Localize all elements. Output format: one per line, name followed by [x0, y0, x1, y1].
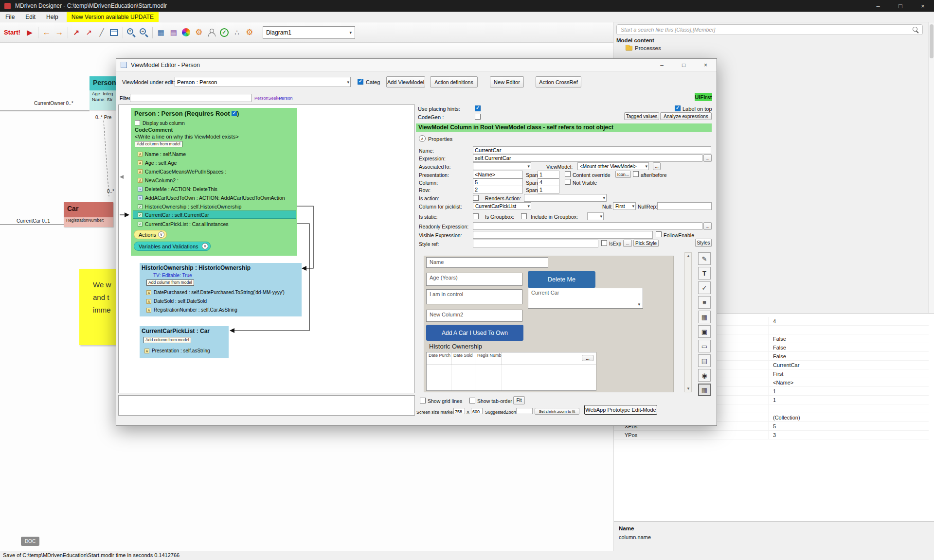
- is-static-checkbox[interactable]: [473, 213, 479, 219]
- action-crossref-button[interactable]: Action CrossRef: [536, 76, 581, 88]
- column-row[interactable]: ✓CurrentCarPickList : Car.allInstances: [138, 220, 229, 228]
- run-icon[interactable]: ▶: [23, 26, 36, 39]
- row-span-input[interactable]: 1: [538, 186, 559, 193]
- ui-preview-surface[interactable]: Name Age (Years) Delete Me I am in contr…: [424, 256, 674, 392]
- column-row[interactable]: AName : self.Name: [138, 150, 186, 158]
- line-tool-icon[interactable]: ╱: [95, 26, 108, 39]
- style-ref-input[interactable]: [473, 240, 598, 247]
- not-visible-checkbox[interactable]: [565, 179, 571, 185]
- label-on-top-checkbox[interactable]: [675, 105, 681, 111]
- dialog-maximize-icon[interactable]: □: [673, 59, 695, 71]
- preview-currentcar-combo[interactable]: Current Car ▾: [528, 288, 643, 309]
- after-before-checkbox[interactable]: [633, 171, 639, 177]
- grid-row[interactable]: YPos3: [614, 431, 929, 439]
- tagged-values-button[interactable]: Tagged values: [624, 112, 659, 120]
- name-input[interactable]: CurrentCar: [473, 146, 711, 154]
- tagged-value-label[interactable]: TV: Editable: True: [153, 273, 192, 278]
- search-input[interactable]: [616, 24, 923, 35]
- column-row[interactable]: AAge : self.Age: [138, 158, 177, 167]
- connector-icon[interactable]: ∴: [231, 26, 243, 39]
- webapp-prototype-button[interactable]: WebApp Prototype Edit-Mode: [584, 405, 657, 415]
- preview-name-field[interactable]: Name: [426, 257, 548, 268]
- preview-historic-table[interactable]: Date Purch Date Sold Regis Numb: [426, 352, 596, 391]
- forward-arrow-icon[interactable]: →: [53, 26, 66, 39]
- mount-viewmodel-select[interactable]: <Mount other ViewModel>▾: [577, 162, 649, 170]
- datagrid-icon[interactable]: ▦: [698, 384, 711, 396]
- action-definitions-button[interactable]: Action definitions: [430, 76, 478, 88]
- back-arrow-icon[interactable]: ←: [40, 26, 53, 39]
- is-action-checkbox[interactable]: [473, 195, 479, 201]
- add-column-button[interactable]: Add column from model: [146, 280, 194, 286]
- codegen-checkbox[interactable]: [475, 114, 481, 120]
- menu-file[interactable]: File: [0, 12, 20, 22]
- show-tab-order-checkbox[interactable]: [469, 398, 475, 403]
- row-input[interactable]: 2: [473, 186, 523, 193]
- settings-gear-icon[interactable]: ⚙: [243, 26, 256, 39]
- column-row[interactable]: ARegistrationNumber : self.Car.AsString: [146, 306, 237, 314]
- table-icon[interactable]: ▤: [698, 354, 711, 367]
- analyze-expressions-button[interactable]: Analyze expressions: [660, 112, 712, 120]
- isexp-checkbox[interactable]: [601, 240, 607, 246]
- include-groupbox-select[interactable]: ▾: [587, 212, 604, 220]
- action-column-row[interactable]: »DeleteMe : ACTION: DeleteThis: [138, 185, 217, 193]
- viewmodel-ellipsis-button[interactable]: ...: [653, 162, 661, 170]
- is-groupbox-checkbox[interactable]: [521, 213, 527, 219]
- update-notice[interactable]: New Version available UPDATE: [67, 12, 159, 22]
- zoom-in-icon[interactable]: +: [125, 26, 138, 39]
- model-tree-scrollbar[interactable]: [928, 22, 934, 313]
- menu-help[interactable]: Help: [41, 12, 64, 22]
- calendar-icon[interactable]: ▦: [698, 311, 711, 323]
- show-grid-lines-checkbox[interactable]: [420, 398, 426, 403]
- add-viewmodel-button[interactable]: Add ViewModel: [386, 76, 425, 88]
- readonly-expression-input[interactable]: [473, 222, 702, 230]
- collapse-icon[interactable]: ∧: [419, 135, 426, 142]
- start-button[interactable]: Start!: [4, 29, 20, 36]
- close-icon[interactable]: ×: [912, 0, 934, 12]
- diagram-selector[interactable]: Diagram1 ▾: [263, 26, 355, 39]
- column-row[interactable]: ✓HistoricOwnership : self.HistoricOwners…: [138, 202, 241, 210]
- button-icon[interactable]: ▭: [698, 340, 711, 352]
- visible-expression-input[interactable]: [473, 231, 653, 239]
- fit-button[interactable]: Fit: [513, 396, 525, 404]
- presentation-span-input[interactable]: 1: [538, 171, 559, 178]
- use-placing-hints-checkbox[interactable]: [475, 105, 481, 111]
- column-row[interactable]: ADatePurchased : self.DatePurchased.ToSt…: [146, 288, 285, 297]
- suggested-zoom-input[interactable]: [516, 408, 533, 414]
- zoom-out-icon[interactable]: −: [138, 26, 150, 39]
- icon-button[interactable]: Icon...: [615, 171, 631, 178]
- expression-input[interactable]: self.CurrentCar: [473, 154, 702, 162]
- scroll-down-icon[interactable]: ▼: [686, 386, 690, 391]
- minimize-icon[interactable]: –: [867, 0, 889, 12]
- set-shrink-zoom-button[interactable]: Set shrink zoom to fit: [535, 408, 579, 415]
- table-ellipsis-button[interactable]: ...: [582, 355, 593, 361]
- categ-checkbox[interactable]: [358, 79, 363, 85]
- preview-scrollbar[interactable]: ▲ ▼: [684, 252, 692, 392]
- add-column-button[interactable]: Add column from model: [135, 141, 182, 147]
- preview-addcar-button[interactable]: Add A Car I Used To Own: [426, 325, 523, 341]
- list-icon[interactable]: ≡: [698, 296, 711, 309]
- dialog-minimize-icon[interactable]: –: [651, 59, 673, 71]
- form-icon[interactable]: ▤: [167, 26, 180, 39]
- action-column-row[interactable]: »AddACarIUsedToOwn : ACTION: AddACarIUse…: [138, 193, 285, 202]
- preview-age-field[interactable]: Age (Years): [426, 273, 522, 286]
- preview-delete-button[interactable]: Delete Me: [528, 271, 595, 288]
- globe-icon[interactable]: ◉: [698, 369, 711, 382]
- root-viewmodel-panel[interactable]: Person : Person (Requires Root ) Display…: [131, 108, 297, 256]
- style-ellipsis-button[interactable]: ...: [623, 240, 632, 247]
- null-select[interactable]: First▾: [613, 202, 636, 210]
- filter-input[interactable]: [130, 94, 251, 102]
- column-row[interactable]: APresentation : self.asString: [144, 347, 210, 355]
- edit-icon[interactable]: ✎: [698, 252, 711, 265]
- checkbox-icon[interactable]: ✓: [698, 281, 711, 294]
- nullrep-input[interactable]: [657, 202, 712, 210]
- add-column-button[interactable]: Add column from model: [144, 337, 191, 343]
- color-wheel-icon[interactable]: [180, 26, 193, 39]
- viewmodel-editor-icon[interactable]: [108, 26, 121, 39]
- follow-enable-checkbox[interactable]: [656, 231, 662, 237]
- table-icon[interactable]: ▦: [155, 26, 167, 39]
- screen-width-input[interactable]: 758: [453, 408, 465, 414]
- column-row[interactable]: ADateSold : self.DateSold: [146, 297, 207, 305]
- column-row[interactable]: ANewColumn2 :: [138, 176, 179, 184]
- validate-check-icon[interactable]: ✓: [218, 26, 231, 39]
- variables-validations-expander[interactable]: Variables and Validations ∨: [134, 242, 211, 251]
